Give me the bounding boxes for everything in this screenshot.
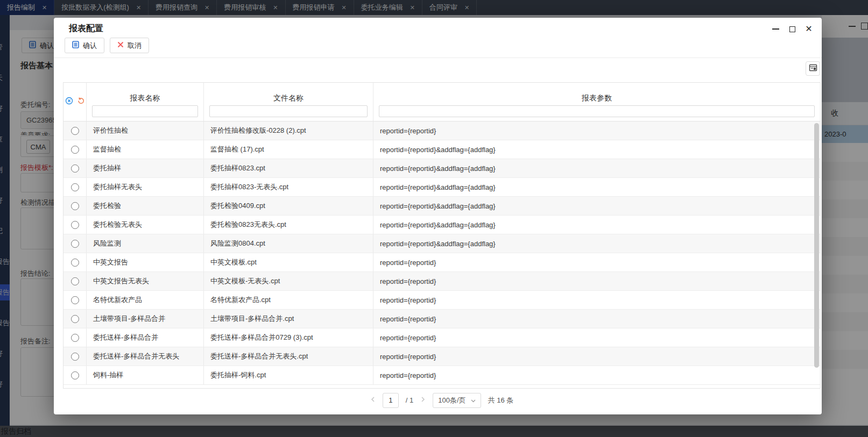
row-radio-cell — [63, 310, 87, 328]
window-controls: ✕ — [771, 24, 813, 34]
row-radio[interactable] — [71, 259, 79, 267]
cell-report-params: reportid={reportid} — [373, 253, 820, 271]
cell-report-name: 中英文报告无表头 — [87, 272, 204, 290]
row-radio-cell — [63, 159, 87, 177]
cell-report-name: 委托检验 — [87, 197, 204, 215]
page-total-label: / 1 — [406, 396, 413, 404]
cell-report-name: 委托送样-多样品合并无表头 — [87, 347, 204, 366]
minimize-icon[interactable] — [771, 25, 780, 33]
row-radio[interactable] — [71, 334, 79, 342]
table-row[interactable]: 土壤带项目-多样品合并土壤带项目-多样品合并.cptreportid={repo… — [63, 310, 820, 328]
row-radio[interactable] — [71, 183, 79, 191]
confirm-button[interactable]: 确认 — [65, 38, 104, 53]
cell-file-name: 土壤带项目-多样品合并.cpt — [204, 310, 373, 328]
report-template-table: 报表名称 文件名称 报表参数 评价性抽检评价性抽检修改版-0228 (2).cp… — [63, 82, 821, 389]
toolbar-divider — [54, 58, 822, 58]
cell-file-name: 委托检验0823无表头.cpt — [204, 216, 373, 234]
table-settings-icon — [809, 63, 817, 74]
cell-report-params: reportid={reportid} — [373, 310, 820, 328]
confirm-label: 确认 — [83, 41, 97, 51]
row-radio-cell — [63, 366, 87, 384]
cell-report-name: 评价性抽检 — [87, 121, 204, 140]
table-row[interactable]: 评价性抽检评价性抽检修改版-0228 (2).cptreportid={repo… — [63, 121, 820, 140]
cell-report-params: reportid={reportid} — [373, 347, 820, 366]
filter-input-report-params[interactable] — [379, 105, 815, 117]
table-row[interactable]: 委托送样-多样品合并委托送样-多样品合并0729 (3).cptreportid… — [63, 328, 820, 347]
application-window: 报告编制✕按批数据录入(检测组)✕费用报销查询✕费用报销审核✕费用报销申请✕委托… — [0, 0, 868, 437]
cell-report-name: 名特优新农产品 — [87, 291, 204, 309]
next-page-button[interactable] — [420, 396, 426, 404]
row-radio[interactable] — [71, 315, 79, 323]
row-radio-cell — [63, 291, 87, 309]
row-radio-cell — [63, 328, 87, 347]
cell-file-name: 风险监测0804.cpt — [204, 234, 373, 253]
row-radio[interactable] — [71, 146, 79, 154]
row-radio[interactable] — [71, 221, 79, 229]
total-count-label: 共 16 条 — [488, 396, 514, 405]
table-row[interactable]: 委托送样-多样品合并无表头委托送样-多样品合并无表头.cptreportid={… — [63, 347, 820, 366]
row-radio[interactable] — [71, 202, 79, 210]
filter-input-report-name[interactable] — [92, 105, 198, 117]
row-radio-cell — [63, 216, 87, 234]
filter-input-file-name[interactable] — [209, 105, 368, 117]
row-radio-cell — [63, 234, 87, 253]
vertical-scrollbar[interactable] — [814, 123, 819, 368]
cell-file-name: 评价性抽检修改版-0228 (2).cpt — [204, 121, 373, 140]
chevron-down-icon — [471, 396, 476, 404]
row-radio[interactable] — [71, 353, 79, 361]
table-row[interactable]: 名特优新农产品名特优新农产品.cptreportid={reportid} — [63, 291, 820, 310]
cancel-label: 取消 — [128, 41, 142, 51]
cell-report-params: reportid={reportid} — [373, 272, 820, 290]
row-radio-cell — [63, 253, 87, 271]
page-input[interactable] — [383, 393, 399, 408]
cell-report-params: reportid={reportid}&addflag={addflag} — [373, 216, 820, 234]
row-radio[interactable] — [71, 277, 79, 285]
cell-report-params: reportid={reportid}&addflag={addflag} — [373, 197, 820, 215]
cancel-button[interactable]: 取消 — [110, 38, 149, 53]
cell-report-name: 委托送样-多样品合并 — [87, 328, 204, 347]
table-row[interactable]: 风险监测风险监测0804.cptreportid={reportid}&addf… — [63, 234, 820, 253]
cell-file-name: 监督抽检 (17).cpt — [204, 140, 373, 159]
close-icon[interactable]: ✕ — [805, 25, 813, 33]
table-row[interactable]: 中英文报告中英文模板.cptreportid={reportid} — [63, 253, 820, 272]
row-radio[interactable] — [71, 240, 79, 248]
column-settings-button[interactable] — [806, 61, 820, 76]
cell-report-params: reportid={reportid} — [373, 121, 820, 140]
cell-report-name: 监督抽检 — [87, 140, 204, 159]
cell-file-name: 委托抽样-饲料.cpt — [204, 366, 373, 384]
reset-filter-icon[interactable] — [77, 97, 85, 107]
prev-page-button[interactable] — [370, 396, 376, 404]
table-row[interactable]: 中英文报告无表头中英文模板-无表头.cptreportid={reportid} — [63, 272, 820, 291]
row-radio-cell — [63, 197, 87, 215]
cell-report-params: reportid={reportid}&addflag={addflag} — [373, 234, 820, 253]
table-row[interactable]: 饲料-抽样委托抽样-饲料.cptreportid={reportid} — [63, 366, 820, 385]
row-radio[interactable] — [71, 296, 79, 304]
table-row[interactable]: 委托检验无表头委托检验0823无表头.cptreportid={reportid… — [63, 216, 820, 234]
row-radio[interactable] — [71, 127, 79, 135]
table-header: 报表名称 文件名称 报表参数 — [63, 83, 820, 121]
cell-report-params: reportid={reportid}&addflag={addflag} — [373, 178, 820, 196]
row-radio-cell — [63, 140, 87, 159]
table-row[interactable]: 委托抽样无表头委托抽样0823-无表头.cptreportid={reporti… — [63, 178, 820, 197]
row-radio[interactable] — [71, 371, 79, 379]
row-radio[interactable] — [71, 164, 79, 173]
document-icon — [72, 41, 79, 50]
table-row[interactable]: 委托抽样委托抽样0823.cptreportid={reportid}&addf… — [63, 159, 820, 178]
cancel-x-icon — [117, 41, 124, 49]
row-radio-cell — [63, 347, 87, 366]
cell-file-name: 委托抽样0823-无表头.cpt — [204, 178, 373, 196]
partial-row — [63, 385, 820, 388]
cell-file-name: 委托送样-多样品合并0729 (3).cpt — [204, 328, 373, 347]
column-header-file-name: 文件名称 — [204, 83, 373, 105]
column-header-report-params: 报表参数 — [373, 83, 820, 105]
cell-report-name: 委托检验无表头 — [87, 216, 204, 234]
table-row[interactable]: 监督抽检监督抽检 (17).cptreportid={reportid}&add… — [63, 140, 820, 159]
cell-file-name: 中英文模板-无表头.cpt — [204, 272, 373, 290]
cell-report-name: 土壤带项目-多样品合并 — [87, 310, 204, 328]
page-size-value: 100条/页 — [438, 396, 465, 405]
clear-filter-icon[interactable] — [65, 97, 73, 107]
column-header-report-name: 报表名称 — [87, 83, 203, 105]
page-size-select[interactable]: 100条/页 — [433, 393, 481, 408]
table-row[interactable]: 委托检验委托检验0409.cptreportid={reportid}&addf… — [63, 197, 820, 216]
maximize-icon[interactable] — [788, 25, 796, 33]
